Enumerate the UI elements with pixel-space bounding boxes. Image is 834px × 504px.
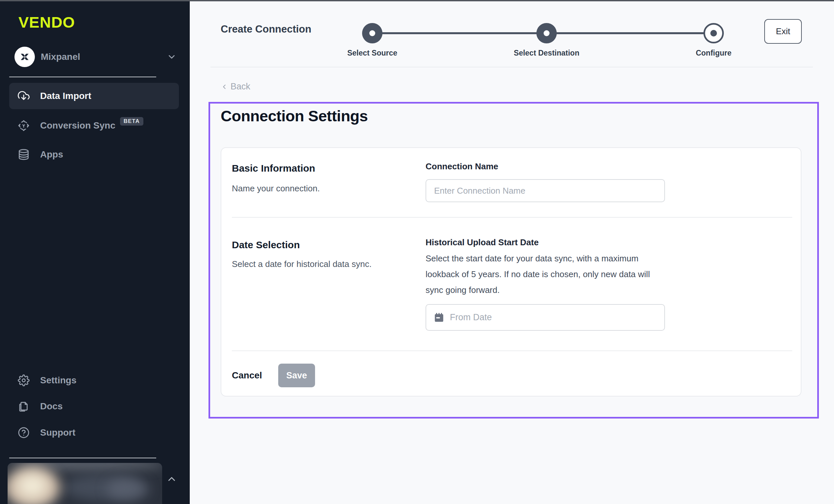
sync-move-icon <box>18 120 29 132</box>
settings-card: Basic Information Name your connection. … <box>221 147 802 396</box>
sidebar-item-label: Support <box>40 428 75 438</box>
vendo-logo: VENDO <box>18 13 75 31</box>
database-icon <box>18 149 29 160</box>
blurred-avatar <box>17 475 47 498</box>
help-icon <box>18 427 29 439</box>
sidebar-divider-top <box>9 76 156 77</box>
sidebar-item-conversion-sync[interactable]: Conversion Sync BETA <box>9 112 179 139</box>
sidebar-item-docs[interactable]: Docs <box>9 393 179 419</box>
connection-name-label: Connection Name <box>425 161 498 172</box>
step-dot-select-destination[interactable] <box>536 23 557 43</box>
header-divider <box>211 67 813 67</box>
sidebar-item-apps[interactable]: Apps <box>9 141 179 168</box>
page-title: Create Connection <box>221 23 311 35</box>
sidebar-item-support[interactable]: Support <box>9 419 179 446</box>
beta-badge: BETA <box>120 117 144 126</box>
chevron-left-icon <box>221 83 228 90</box>
chevron-down-icon <box>167 52 177 62</box>
connection-settings-panel: Connection Settings Basic Information Na… <box>208 102 819 418</box>
chevron-up-icon[interactable] <box>166 474 177 485</box>
sidebar-item-data-import[interactable]: Data Import <box>9 83 179 109</box>
section-divider <box>232 350 792 351</box>
from-date-field[interactable] <box>425 304 665 331</box>
connection-name-input[interactable] <box>425 179 665 202</box>
sidebar: VENDO Mixpanel Data Import <box>0 0 190 504</box>
sidebar-item-label: Apps <box>40 149 63 160</box>
docs-icon <box>18 400 29 412</box>
sidebar-item-label: Conversion Sync <box>40 120 115 131</box>
cancel-button[interactable]: Cancel <box>232 370 262 381</box>
sidebar-divider-bottom <box>9 458 156 458</box>
workspace-switcher[interactable]: Mixpanel <box>15 46 177 68</box>
sidebar-item-label: Settings <box>40 375 76 386</box>
user-profile-card[interactable] <box>7 463 162 504</box>
step-dot-select-source[interactable] <box>362 23 382 43</box>
step-label-select-destination: Select Destination <box>514 49 579 58</box>
date-selection-title: Date Selection <box>232 239 300 250</box>
step-dot-configure[interactable] <box>703 23 724 43</box>
historical-upload-help: Select the start date for your data sync… <box>425 250 659 298</box>
sidebar-item-label: Docs <box>40 401 63 412</box>
basic-information-subtitle: Name your connection. <box>232 183 320 194</box>
step-label-select-source: Select Source <box>347 49 397 58</box>
workspace-name: Mixpanel <box>41 51 167 62</box>
window-top-bar <box>0 0 834 1</box>
exit-button[interactable]: Exit <box>764 19 802 44</box>
sidebar-item-label: Data Import <box>40 91 91 101</box>
section-divider <box>232 217 792 218</box>
gear-icon <box>18 374 29 386</box>
back-label: Back <box>231 82 250 92</box>
step-label-configure: Configure <box>696 49 732 58</box>
cloud-download-icon <box>18 90 29 102</box>
basic-information-title: Basic Information <box>232 163 315 174</box>
blurred-content <box>106 478 149 501</box>
date-selection-subtitle: Select a date for historical data sync. <box>232 259 372 269</box>
from-date-input[interactable] <box>450 312 657 323</box>
panel-title: Connection Settings <box>221 107 368 125</box>
calendar-icon <box>434 312 445 323</box>
save-button[interactable]: Save <box>278 364 315 387</box>
sidebar-item-settings[interactable]: Settings <box>9 367 179 394</box>
historical-upload-label: Historical Upload Start Date <box>425 237 539 247</box>
back-link[interactable]: Back <box>221 82 250 92</box>
mixpanel-logo-icon <box>15 47 35 67</box>
